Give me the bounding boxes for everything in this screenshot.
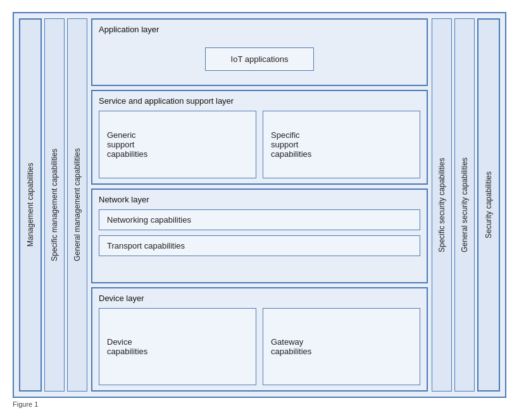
general-security-label: General security capabilities [460,158,469,252]
gateway-capabilities-label: Gateway capabilities [271,337,311,356]
network-layer-title: Network layer [99,195,420,204]
device-capabilities-label: Device capabilities [107,337,147,356]
gateway-capabilities-box: Gateway capabilities [263,308,420,385]
iot-app-label: IoT applications [231,54,289,64]
general-management-label: General management capabilities [73,149,82,262]
service-layer-title: Service and application support layer [99,96,420,106]
specific-support-label: Specific support capabilities [271,130,311,159]
security-capabilities-label: Security capabilities [484,171,493,238]
network-layer: Network layer Networking capabilities Tr… [91,188,428,283]
management-column: Management capabilities Specific managem… [19,18,87,392]
generic-support-label: Generic support capabilities [107,130,147,159]
network-layer-content: Networking capabilities Transport capabi… [99,209,420,277]
networking-capabilities-box: Networking capabilities [99,209,420,230]
management-capabilities-outer: Management capabilities [19,18,42,392]
iot-app-box: IoT applications [205,47,315,71]
security-column: Specific security capabilities General s… [432,18,500,392]
diagram-container: Management capabilities Specific managem… [13,12,506,398]
generic-support-box: Generic support capabilities [99,111,256,178]
networking-capabilities-label: Networking capabilities [107,215,191,225]
general-management-box: General management capabilities [67,18,87,392]
specific-management-label: Specific management capabilities [50,149,59,261]
specific-security-label: Specific security capabilities [437,158,446,252]
security-capabilities-outer: Security capabilities [477,18,500,392]
specific-security-box: Specific security capabilities [432,18,452,392]
transport-capabilities-label: Transport capabilities [107,241,185,250]
transport-capabilities-box: Transport capabilities [99,235,420,256]
service-layer: Service and application support layer Ge… [91,90,428,185]
application-layer: Application layer IoT applications [91,18,428,86]
figure-label: Figure 1 [13,400,38,408]
device-layer: Device layer Device capabilities Gateway… [91,287,428,392]
device-capabilities-box: Device capabilities [99,308,256,385]
specific-support-box: Specific support capabilities [263,111,420,178]
management-capabilities-label: Management capabilities [26,163,35,247]
application-layer-title: Application layer [99,25,420,34]
specific-management-box: Specific management capabilities [44,18,65,392]
center-layers: Application layer IoT applications Servi… [91,18,428,392]
iot-app-wrapper: IoT applications [99,39,420,80]
service-layer-content: Generic support capabilities Specific su… [99,111,420,178]
general-security-box: General security capabilities [454,18,475,392]
device-layer-content: Device capabilities Gateway capabilities [99,308,420,385]
device-layer-title: Device layer [99,293,420,303]
